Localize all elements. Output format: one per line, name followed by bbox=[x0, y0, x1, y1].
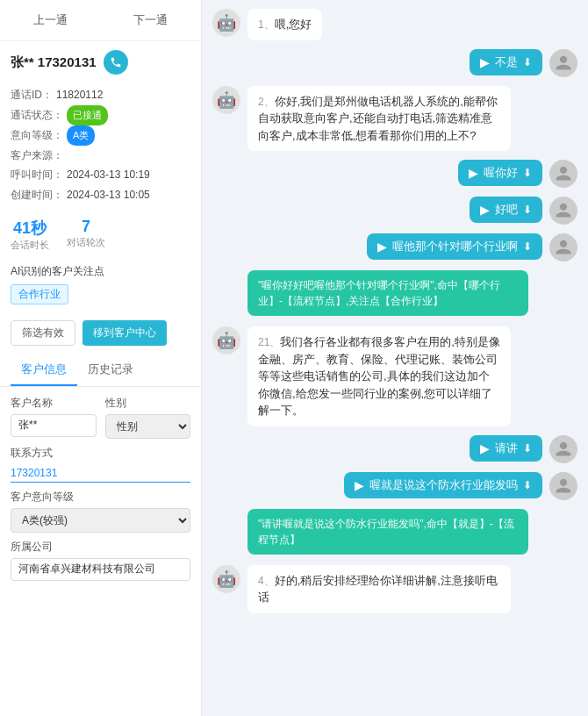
play-icon: ▶ bbox=[355, 478, 364, 492]
form-name-input[interactable] bbox=[11, 414, 97, 437]
download-icon: ⬇ bbox=[523, 479, 532, 491]
create-time-value: 2024-03-13 10:05 bbox=[67, 185, 150, 205]
bot-avatar: 🤖 bbox=[212, 565, 240, 593]
contact-name: 张** 17320131 bbox=[11, 54, 97, 71]
play-icon: ▶ bbox=[480, 55, 490, 69]
form-col-gender: 性别 性别 男 女 bbox=[105, 396, 191, 439]
form-section: 客户名称 性别 性别 男 女 联系方式 客户意向等级 A类(较强) B类(一般)… bbox=[0, 387, 201, 597]
move-to-center-button[interactable]: 移到客户中心 bbox=[82, 320, 167, 346]
msg-num: 4、 bbox=[258, 575, 275, 587]
form-row-name-gender: 客户名称 性别 性别 男 女 bbox=[11, 396, 190, 439]
user-bubble[interactable]: ▶ 喔他那个针对哪个行业啊 ⬇ bbox=[367, 233, 542, 260]
create-time-label: 创建时间： bbox=[11, 185, 63, 205]
msg-num: 2、 bbox=[258, 96, 275, 108]
user-bubble[interactable]: ▶ 好吧 ⬇ bbox=[470, 197, 542, 223]
filter-valid-button[interactable]: 筛选有效 bbox=[11, 320, 75, 346]
stat-turns-label: 对话轮次 bbox=[67, 236, 105, 249]
intent-badge: A类 bbox=[67, 125, 95, 146]
call-id-label: 通话ID： bbox=[11, 85, 53, 105]
status-badge: 已接通 bbox=[67, 105, 108, 125]
action-buttons: 筛选有效 移到客户中心 bbox=[0, 315, 201, 351]
tab-history[interactable]: 历史记录 bbox=[77, 354, 144, 386]
stat-turns: 7 对话轮次 bbox=[67, 218, 105, 252]
highlight-bubble: "请讲喔就是说这个防水行业能发吗",命中【就是】-【流程节点】 bbox=[247, 509, 528, 555]
form-contact-input[interactable] bbox=[11, 464, 190, 483]
play-icon: ▶ bbox=[480, 203, 490, 217]
download-icon: ⬇ bbox=[523, 204, 532, 216]
form-col-company: 所属公司 bbox=[11, 540, 190, 581]
bubble-text: 好吧 bbox=[495, 202, 518, 218]
form-company-label: 所属公司 bbox=[11, 540, 190, 555]
right-panel: 🤖 1、喂,您好 ▶ 不是 ⬇ 🤖 2、你好,我们是郑州做电话机器人系统的,能帮… bbox=[202, 0, 588, 716]
chat-message-bot: 🤖 2、你好,我们是郑州做电话机器人系统的,能帮你自动获取意向客户,还能自动打电… bbox=[212, 86, 577, 152]
user-avatar bbox=[549, 160, 577, 188]
user-bubble[interactable]: ▶ 喔你好 ⬇ bbox=[458, 160, 542, 186]
info-section: 通话ID： 11820112 通话状态： 已接通 意向等级： A类 客户来源： … bbox=[0, 80, 201, 211]
chat-message-user: ▶ 喔他那个针对哪个行业啊 ⬇ bbox=[212, 233, 577, 261]
msg-num: 21、 bbox=[258, 336, 280, 348]
form-col-contact: 联系方式 bbox=[11, 446, 190, 483]
stats-row: 41秒 会话时长 7 对话轮次 bbox=[0, 211, 201, 259]
prev-button[interactable]: 上一通 bbox=[25, 9, 76, 32]
form-gender-select[interactable]: 性别 男 女 bbox=[105, 414, 191, 439]
call-button[interactable] bbox=[104, 50, 128, 75]
msg-num: 1、 bbox=[258, 18, 275, 31]
form-col-intent: 客户意向等级 A类(较强) B类(一般) C类(较弱) bbox=[11, 490, 190, 533]
call-id-value: 11820112 bbox=[56, 85, 103, 105]
user-bubble[interactable]: ▶ 不是 ⬇ bbox=[470, 49, 542, 75]
ai-section: AI识别的客户关注点 合作行业 bbox=[0, 259, 201, 315]
form-intent-label: 客户意向等级 bbox=[11, 490, 190, 505]
tabs-row: 客户信息 历史记录 bbox=[0, 354, 201, 387]
chat-message-user: ▶ 喔就是说这个防水行业能发吗 ⬇ bbox=[212, 472, 577, 500]
play-icon: ▶ bbox=[469, 166, 478, 180]
form-gender-label: 性别 bbox=[105, 396, 191, 411]
download-icon: ⬇ bbox=[523, 56, 532, 68]
chat-message-user: ▶ 不是 ⬇ bbox=[212, 49, 577, 77]
bot-bubble: 21、我们各行各业都有很多客户在用的,特别是像金融、房产、教育、保险、代理记账、… bbox=[247, 326, 511, 426]
bubble-text: 喔你好 bbox=[484, 165, 518, 181]
bot-bubble: 1、喂,您好 bbox=[247, 9, 322, 40]
bubble-text: 请讲 bbox=[495, 440, 518, 456]
left-panel: 上一通 下一通 张** 17320131 通话ID： 11820112 通话状态… bbox=[0, 0, 202, 716]
next-button[interactable]: 下一通 bbox=[125, 9, 176, 32]
form-company-input[interactable] bbox=[11, 558, 190, 581]
bubble-text: 喔他那个针对哪个行业啊 bbox=[392, 239, 518, 254]
highlight-bubble: "喔你好好吧喔他那个针对哪个行业啊",命中【哪个行业】-【流程节点】,关注点【合… bbox=[247, 270, 528, 316]
bubble-text: 喔就是说这个防水行业能发吗 bbox=[369, 477, 518, 493]
play-icon: ▶ bbox=[480, 441, 490, 455]
form-contact-label: 联系方式 bbox=[11, 446, 190, 461]
user-bubble[interactable]: ▶ 喔就是说这个防水行业能发吗 ⬇ bbox=[344, 472, 542, 498]
user-avatar bbox=[549, 197, 577, 225]
call-time-value: 2024-03-13 10:19 bbox=[67, 165, 150, 185]
intent-label: 意向等级： bbox=[11, 125, 63, 146]
chat-message-user: ▶ 喔你好 ⬇ bbox=[212, 160, 577, 188]
user-avatar bbox=[549, 49, 577, 77]
user-avatar bbox=[549, 435, 577, 463]
stat-duration-value: 41秒 bbox=[11, 218, 49, 239]
form-intent-select[interactable]: A类(较强) B类(一般) C类(较弱) bbox=[11, 508, 190, 533]
tab-customer-info[interactable]: 客户信息 bbox=[11, 354, 77, 386]
source-label: 客户来源： bbox=[11, 146, 63, 166]
form-name-label: 客户名称 bbox=[11, 396, 97, 411]
chat-message-user: ▶ 请讲 ⬇ bbox=[212, 435, 577, 463]
bubble-text: 不是 bbox=[495, 54, 518, 70]
user-bubble[interactable]: ▶ 请讲 ⬇ bbox=[470, 435, 542, 462]
chat-message-bot: 🤖 21、我们各行各业都有很多客户在用的,特别是像金融、房产、教育、保险、代理记… bbox=[212, 326, 577, 426]
ai-tag: 合作行业 bbox=[11, 284, 68, 304]
download-icon: ⬇ bbox=[523, 167, 532, 179]
user-avatar bbox=[549, 233, 577, 261]
bot-avatar: 🤖 bbox=[212, 86, 240, 114]
contact-header: 张** 17320131 bbox=[0, 41, 201, 80]
download-icon: ⬇ bbox=[523, 442, 532, 455]
user-avatar bbox=[549, 472, 577, 500]
chat-message-user: ▶ 好吧 ⬇ bbox=[212, 197, 577, 225]
stat-duration: 41秒 会话时长 bbox=[11, 218, 49, 252]
bot-bubble: 4、好的,稍后安排经理给你详细讲解,注意接听电话 bbox=[247, 565, 511, 613]
nav-row: 上一通 下一通 bbox=[0, 0, 201, 41]
chat-message-bot: 🤖 4、好的,稍后安排经理给你详细讲解,注意接听电话 bbox=[212, 565, 577, 613]
stat-duration-label: 会话时长 bbox=[11, 239, 49, 252]
ai-title: AI识别的客户关注点 bbox=[11, 264, 190, 279]
status-label: 通话状态： bbox=[11, 105, 63, 125]
bot-bubble: 2、你好,我们是郑州做电话机器人系统的,能帮你自动获取意向客户,还能自动打电话,… bbox=[247, 86, 511, 152]
download-icon: ⬇ bbox=[523, 240, 532, 253]
